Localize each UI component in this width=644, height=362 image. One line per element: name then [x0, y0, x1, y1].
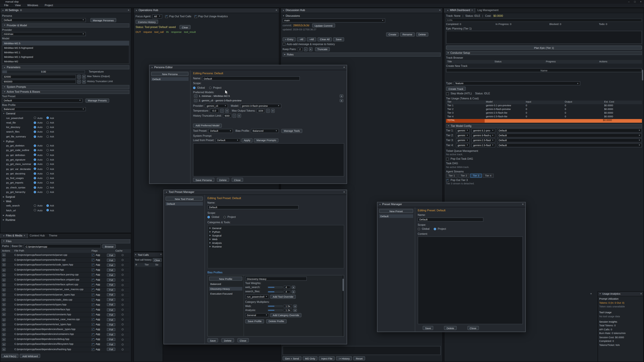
caret-right-icon[interactable]: ▶	[210, 227, 211, 229]
close-persona-button[interactable]: Close	[232, 178, 243, 182]
remove-file-button[interactable]: x	[2, 273, 6, 277]
remove-file-button[interactable]: x	[2, 293, 6, 297]
scope-project-radio[interactable]	[209, 86, 212, 89]
discussion-select[interactable]: main ▼	[282, 18, 385, 23]
scrollbar-thumb[interactable]	[642, 70, 643, 80]
auto-radio[interactable]	[34, 177, 36, 179]
multiplier-value[interactable]: 1.3x	[284, 309, 292, 312]
category-row[interactable]: ▶ Analysis	[210, 241, 342, 245]
discussions-section[interactable]: ▼ Discussions	[282, 14, 441, 18]
caret-down-icon[interactable]: ▼	[282, 9, 284, 12]
delete-profile-button[interactable]: Delete Profile	[266, 319, 286, 323]
tool-preset-manager-header[interactable]: ▼ Tool Preset Manager ×	[164, 190, 347, 195]
category-override-select[interactable]: General ▼	[245, 313, 269, 317]
cache-toggle[interactable]	[122, 254, 124, 256]
cache-toggle[interactable]	[122, 269, 124, 271]
remove-file-button[interactable]: x	[2, 258, 6, 262]
ask-radio[interactable]	[46, 117, 49, 119]
parameters-section[interactable]: ▼ Parameters	[2, 65, 129, 69]
active-tools-section[interactable]: ▼ Active Tool Presets & Biases	[2, 90, 129, 94]
full-button[interactable]: Full	[107, 313, 116, 317]
scope-global-radio[interactable]	[208, 216, 210, 218]
tool-group-header[interactable]: ▶ Surgical	[2, 195, 129, 199]
remove-file-button[interactable]: x	[2, 308, 6, 311]
agg-checkbox[interactable]: ✓	[92, 323, 94, 326]
full-button[interactable]: Full	[107, 283, 116, 287]
agg-checkbox[interactable]: ✓	[92, 338, 94, 341]
tier-preset-select[interactable]: Default ▼	[497, 128, 642, 132]
full-button[interactable]: Full	[107, 343, 116, 346]
ask-radio[interactable]	[46, 168, 49, 170]
category-row[interactable]: ▶ Surgical	[210, 233, 342, 237]
close-tool-preset-button[interactable]: Close	[237, 338, 249, 342]
auto-radio[interactable]	[34, 172, 36, 175]
model-list-item[interactable]: MiniMax-M2	[2, 59, 129, 64]
remove-file-button[interactable]: x	[2, 263, 6, 267]
agg-checkbox[interactable]: ✓	[92, 348, 94, 351]
scope-global-radio[interactable]	[418, 228, 420, 230]
menu-item[interactable]: File	[4, 4, 8, 7]
full-button[interactable]: Full	[107, 303, 116, 307]
remove-file-button[interactable]: x	[2, 328, 6, 331]
tool-group-header[interactable]: ▼ General	[2, 112, 129, 116]
auto-radio[interactable]	[34, 126, 36, 129]
scope-project-radio[interactable]	[224, 216, 226, 218]
category-row[interactable]: ▶ Web	[210, 237, 342, 241]
auto-add-checkbox[interactable]: ✓	[282, 43, 286, 45]
decrement-button[interactable]: -	[77, 74, 81, 78]
menu-item[interactable]: Project	[45, 4, 53, 7]
tier-provider-select[interactable]: gemini ▼	[456, 138, 470, 142]
agg-checkbox[interactable]: ✓	[92, 333, 94, 336]
remove-file-button[interactable]: x	[2, 313, 6, 316]
tool-preset-list-item[interactable]: Default	[166, 202, 203, 206]
new-tool-preset-button[interactable]: New Tool Preset	[166, 197, 203, 201]
tab-context-hub[interactable]: Context Hub	[28, 233, 47, 238]
full-button[interactable]: Full	[107, 288, 116, 292]
close-preset-button[interactable]: Close	[467, 326, 479, 330]
pop-out-tool-calls-checkbox[interactable]: ✓	[165, 15, 168, 18]
caret-down-icon[interactable]: ▼	[2, 9, 4, 12]
weight-slider[interactable]	[268, 287, 282, 288]
auto-radio[interactable]	[34, 168, 36, 170]
close-icon[interactable]: ×	[343, 191, 345, 194]
full-button[interactable]: Full	[107, 253, 116, 257]
remove-weight-button[interactable]: x	[292, 286, 295, 289]
auto-radio[interactable]	[34, 144, 36, 147]
increment-button[interactable]: +	[237, 114, 241, 118]
full-button[interactable]: Full	[107, 268, 116, 272]
close-icon[interactable]: ×	[128, 9, 129, 12]
agg-checkbox[interactable]: ✓	[92, 274, 94, 276]
agg-checkbox[interactable]: ✓	[92, 283, 94, 286]
temperature-slider[interactable]: 0.00	[2, 70, 85, 74]
load-preset-select[interactable]: Default ▼	[216, 138, 240, 142]
provider-select[interactable]: minimax ▼	[2, 32, 86, 36]
ask-radio[interactable]	[46, 144, 49, 147]
cache-toggle[interactable]	[122, 284, 124, 286]
increment-button[interactable]: +	[82, 74, 86, 78]
new-profile-button[interactable]: New Profile	[209, 277, 242, 281]
create-track-button[interactable]: Create Track	[446, 87, 466, 91]
manage-tools-button[interactable]: Manage Tools	[282, 129, 302, 133]
remove-file-button[interactable]: x	[2, 298, 6, 301]
track-type-select[interactable]: feature ▼	[454, 81, 580, 85]
manage-button[interactable]: Rename	[400, 32, 415, 36]
close-icon[interactable]: ×	[471, 9, 473, 12]
cache-toggle[interactable]	[122, 319, 124, 321]
tool-group-header[interactable]: ▶ Runtime	[2, 218, 129, 222]
tool-group-header[interactable]: ▼ Python	[2, 140, 129, 143]
menu-item[interactable]: Windows	[27, 4, 38, 7]
auto-radio[interactable]	[34, 135, 36, 138]
profile-list-item[interactable]: Discovery-Heavy	[209, 287, 242, 291]
persona-list-item[interactable]: Default	[151, 77, 188, 81]
ask-radio[interactable]	[46, 177, 49, 179]
update-commit-button[interactable]: Update Commit	[312, 23, 335, 27]
model-list-item[interactable]: MiniMax-M2.1	[2, 50, 129, 55]
add-wildcard-button[interactable]: Add Wildcard	[20, 354, 40, 358]
full-button[interactable]: Full	[107, 323, 116, 326]
stream-tab[interactable]: Tier 4	[482, 174, 494, 178]
manage-personas-button[interactable]: Manage Personas	[90, 18, 116, 22]
system-prompt-input[interactable]	[193, 143, 344, 176]
max-output-tokens-input[interactable]	[257, 109, 265, 113]
full-button[interactable]: Full	[107, 318, 116, 321]
truncate-button[interactable]: Truncate	[315, 47, 330, 51]
